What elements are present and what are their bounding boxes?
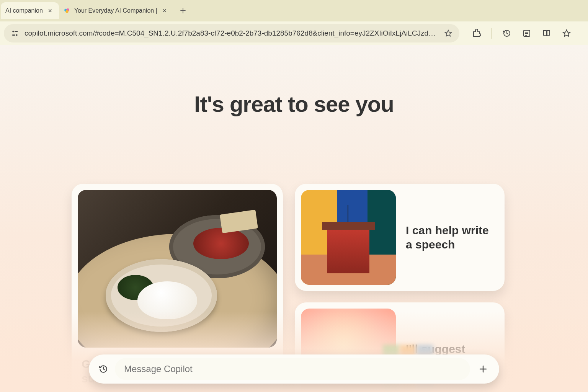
card-image bbox=[301, 190, 396, 285]
copilot-favicon bbox=[64, 7, 70, 14]
suggestion-card-speech[interactable]: I can help write a speech bbox=[295, 184, 505, 291]
chat-history-button[interactable] bbox=[97, 363, 109, 375]
chat-input-bar bbox=[89, 354, 499, 384]
history-icon bbox=[98, 364, 108, 374]
page-greeting: It's great to see you bbox=[0, 45, 588, 117]
chat-input-wrap bbox=[115, 358, 470, 380]
tab-ai-companion[interactable]: AI companion × bbox=[1, 2, 59, 19]
chat-add-button[interactable] bbox=[475, 361, 491, 377]
svg-point-5 bbox=[16, 34, 17, 36]
reader-icon[interactable] bbox=[522, 28, 532, 38]
tab-everyday-ai[interactable]: Your Everyday AI Companion | × bbox=[59, 2, 173, 19]
extensions-icon[interactable] bbox=[472, 28, 482, 38]
reading-list-icon[interactable] bbox=[542, 28, 552, 38]
favorite-star-icon[interactable] bbox=[562, 28, 572, 38]
url-text: copilot.microsoft.com/#code=M.C504_SN1.2… bbox=[24, 29, 439, 38]
address-bar[interactable]: copilot.microsoft.com/#code=M.C504_SN1.2… bbox=[4, 24, 459, 42]
toolbar-actions bbox=[472, 28, 572, 39]
card-caption: I can help write a speech bbox=[406, 223, 498, 252]
tab-title: AI companion bbox=[5, 7, 43, 14]
new-tab-button[interactable] bbox=[176, 4, 189, 17]
close-icon[interactable]: × bbox=[47, 7, 54, 15]
plus-icon bbox=[479, 364, 488, 374]
browser-toolbar: copilot.microsoft.com/#code=M.C504_SN1.2… bbox=[0, 21, 588, 45]
chat-input[interactable] bbox=[124, 364, 461, 374]
site-settings-icon[interactable] bbox=[11, 29, 19, 38]
svg-point-3 bbox=[12, 31, 14, 32]
plus-icon bbox=[180, 7, 186, 14]
history-icon[interactable] bbox=[502, 28, 512, 38]
svg-rect-6 bbox=[12, 34, 15, 36]
svg-rect-4 bbox=[15, 31, 18, 32]
toolbar-divider bbox=[492, 28, 492, 39]
browser-tabstrip: AI companion × Your Everyday AI Companio… bbox=[0, 0, 588, 21]
bookmark-star-icon[interactable] bbox=[444, 29, 452, 38]
tab-title: Your Everyday AI Companion | bbox=[74, 7, 157, 14]
close-icon[interactable]: × bbox=[161, 7, 168, 15]
copilot-page: It's great to see you Going vegan? Ask m… bbox=[0, 45, 588, 392]
card-image bbox=[78, 190, 277, 348]
svg-point-2 bbox=[65, 10, 69, 13]
